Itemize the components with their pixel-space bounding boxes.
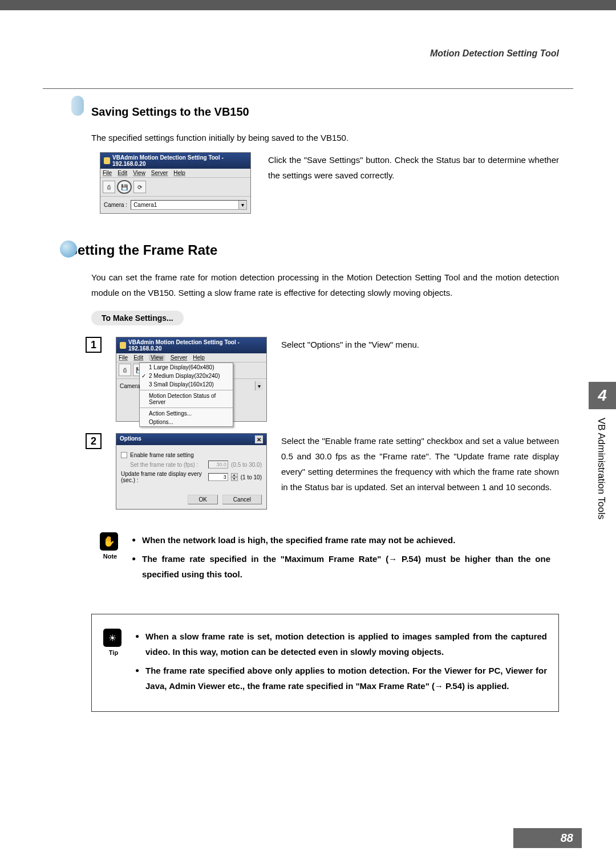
ok-button[interactable]: OK [188, 495, 217, 504]
menu-file[interactable]: File [103, 170, 112, 176]
toolbar: ⎙ 💾 ⟳ [100, 178, 250, 197]
note-b2-pre: The frame rate specified in the "Maximum… [142, 554, 388, 564]
frame-rate-heading-text: Setting the Frame Rate [68, 242, 217, 258]
saving-intro: The specified settings function initiall… [91, 130, 559, 145]
step-2-text: Select the "Enable frame rate setting" c… [281, 433, 559, 495]
menu-help[interactable]: Help [193, 354, 205, 361]
menu-view[interactable]: View [149, 354, 165, 361]
toolbar-button-3[interactable]: ⟳ [133, 181, 146, 193]
menu-view[interactable]: View [133, 170, 145, 176]
top-border [0, 0, 616, 10]
step1-titlebar: VBAdmin Motion Detection Setting Tool - … [116, 337, 266, 353]
frame-rate-label: Set the frame rate to (fps) : [130, 462, 205, 468]
menu-separator [140, 407, 233, 408]
close-icon[interactable]: ✕ [255, 435, 263, 443]
menu-server[interactable]: Server [171, 354, 187, 361]
step1-camera-label: Camera [120, 383, 140, 389]
update-every-input[interactable]: 3 [208, 473, 228, 481]
page-number: 88 [513, 828, 582, 848]
enable-frame-rate-checkbox[interactable] [121, 452, 127, 458]
chapter-tab: 4 VB Administration Tools [589, 382, 616, 610]
step1-window-title: VBAdmin Motion Detection Setting Tool - … [128, 339, 263, 352]
tip-bullet-1: When a slow frame rate is set, motion de… [135, 629, 547, 659]
window-title: VBAdmin Motion Detection Setting Tool - … [112, 154, 247, 167]
saving-app-window: VBAdmin Motion Detection Setting Tool - … [100, 152, 251, 214]
camera-value: Camera1 [133, 202, 157, 208]
arrow-icon: → [435, 681, 443, 691]
step-2-number: 2 [86, 433, 102, 449]
arrow-icon: → [388, 554, 397, 564]
note-label: Note [100, 553, 120, 560]
options-titlebar: Options ✕ [116, 434, 266, 445]
menu-file[interactable]: File [119, 354, 128, 361]
frame-rate-intro: You can set the frame rate for motion de… [91, 270, 559, 300]
dropdown-arrow-icon[interactable]: ▾ [238, 201, 246, 209]
cancel-button[interactable]: Cancel [222, 495, 262, 504]
note-box: ✋ Note When the network load is high, th… [91, 527, 559, 591]
chapter-number: 4 [589, 382, 616, 409]
to-make-settings-pill: To Make Settings... [91, 311, 184, 325]
saving-heading: Saving Settings to the VB150 [91, 105, 559, 119]
section-bullet-icon [60, 241, 77, 258]
spinner-icon[interactable]: ▴▾ [231, 473, 238, 481]
menu-item-status[interactable]: Motion Detection Status of Server [140, 392, 233, 406]
chapter-title: VB Administration Tools [589, 409, 614, 592]
step-1-number: 1 [86, 337, 102, 353]
dropdown-arrow-icon[interactable]: ▾ [255, 381, 263, 390]
tip-box: ☀ Tip When a slow frame rate is set, mot… [91, 614, 559, 712]
toolbar-button-1[interactable]: ⎙ [119, 364, 131, 376]
app-icon [104, 157, 110, 164]
note-icon: ✋ [100, 532, 118, 551]
frame-rate-heading: Setting the Frame Rate [68, 242, 559, 258]
menubar[interactable]: File Edit View Server Help [100, 169, 250, 178]
update-every-hint: (1 to 10) [241, 474, 262, 480]
app-icon [120, 342, 126, 349]
note-bullet-2: The frame rate specified in the "Maximum… [132, 551, 550, 582]
step1-menubar[interactable]: File Edit View Server Help [116, 353, 266, 362]
update-every-label: Update frame rate display every (sec.) : [121, 471, 205, 483]
running-header: Motion Detection Setting Tool [430, 48, 559, 59]
saving-desc: Click the "Save Settings" button. Check … [268, 152, 559, 183]
tip-icon: ☀ [103, 629, 121, 647]
toolbar-button-1[interactable]: ⎙ [103, 181, 115, 193]
frame-rate-input[interactable]: 30.0 [208, 461, 228, 468]
step-1-text: Select "Options" in the "View" menu. [281, 337, 559, 352]
menu-edit[interactable]: Edit [133, 354, 143, 361]
view-menu-dropdown[interactable]: 1 Large Display(640x480) 2 Medium Displa… [139, 362, 233, 427]
subsection-bullet-icon [71, 96, 84, 116]
camera-label: Camera : [104, 202, 127, 208]
menu-item-action[interactable]: Action Settings... [140, 409, 233, 418]
header-rule [43, 88, 573, 89]
tip-label: Tip [103, 649, 124, 656]
menu-help[interactable]: Help [173, 170, 185, 176]
save-settings-button[interactable]: 💾 [117, 180, 132, 194]
tip-bullet-2: The frame rate specified above only appl… [135, 663, 547, 694]
window-titlebar: VBAdmin Motion Detection Setting Tool - … [100, 153, 250, 169]
frame-rate-hint: (0.5 to 30.0) [231, 462, 262, 468]
options-dialog: Options ✕ Enable frame rate setting Set … [116, 433, 267, 510]
camera-select[interactable]: Camera1 ▾ [131, 200, 247, 210]
menu-item-large[interactable]: 1 Large Display(640x480) [140, 363, 233, 372]
menu-item-options[interactable]: Options... [140, 418, 233, 426]
enable-frame-rate-label: Enable frame rate setting [130, 452, 194, 458]
tip-b2-post: P.54) is applied. [443, 681, 509, 691]
note-bullet-1: When the network load is high, the speci… [132, 532, 550, 548]
menu-edit[interactable]: Edit [117, 170, 127, 176]
step1-app-window: VBAdmin Motion Detection Setting Tool - … [116, 337, 267, 422]
menu-server[interactable]: Server [151, 170, 168, 176]
options-title: Options [120, 435, 141, 443]
